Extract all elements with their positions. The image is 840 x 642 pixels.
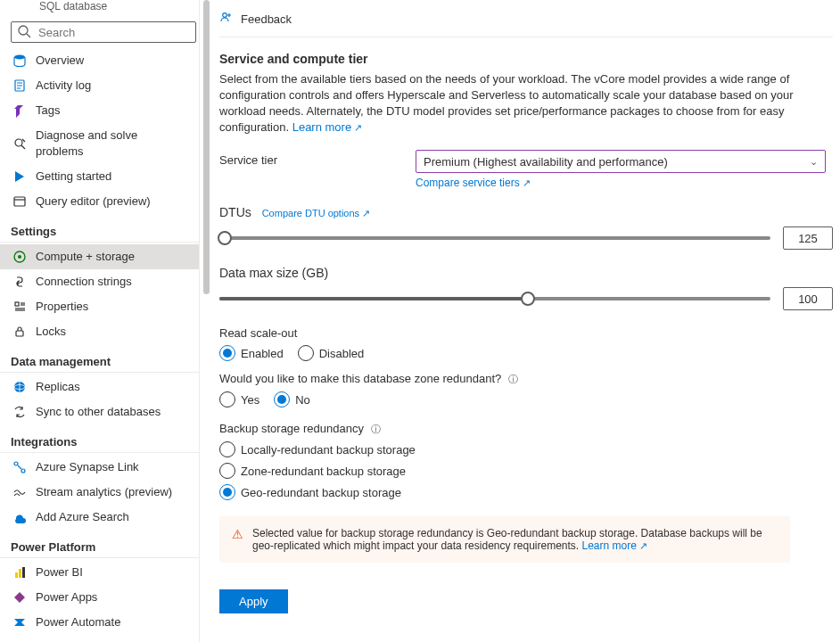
sidebar-item[interactable]: Add Azure Search	[0, 505, 199, 530]
data-max-label: Data max size (GB)	[219, 266, 833, 280]
nav-icon	[12, 54, 27, 68]
learn-more-link[interactable]: Learn more	[292, 120, 363, 134]
svg-rect-27	[22, 567, 25, 578]
sidebar-item[interactable]: Getting started	[0, 164, 199, 189]
nav-icon	[12, 103, 27, 118]
nav-icon	[12, 565, 27, 580]
service-tier-value: Premium (Highest availability and perfor…	[424, 155, 668, 169]
dtus-label: DTUs	[219, 205, 251, 219]
search-icon	[17, 24, 31, 41]
svg-rect-25	[15, 572, 18, 578]
dtus-slider[interactable]	[219, 236, 770, 240]
search-input[interactable]	[37, 25, 190, 40]
info-icon[interactable]: ⓘ	[371, 424, 381, 434]
svg-line-8	[21, 145, 25, 149]
zone-redundant-label: Would you like to make this database zon…	[219, 372, 501, 385]
data-max-slider-thumb[interactable]	[521, 292, 535, 306]
sidebar-item[interactable]: Tags	[0, 98, 199, 123]
nav-icon	[12, 169, 27, 184]
sidebar-item[interactable]: Power Apps	[0, 585, 199, 610]
chevron-down-icon: ⌄	[810, 156, 818, 168]
sidebar-search[interactable]	[11, 21, 196, 43]
svg-rect-14	[15, 302, 19, 306]
apply-button[interactable]: Apply	[219, 589, 288, 613]
info-icon[interactable]: ⓘ	[508, 374, 518, 384]
compare-tiers-link[interactable]: Compare service tiers	[416, 177, 531, 189]
sidebar-item[interactable]: Power BI	[0, 560, 199, 585]
nav-icon	[12, 460, 27, 474]
sidebar-item[interactable]: Overview	[0, 48, 199, 73]
warning-icon: ⚠	[232, 527, 243, 541]
sidebar-item[interactable]: Diagnose and solve problems	[0, 123, 199, 164]
zone-no-radio[interactable]: No	[274, 391, 310, 407]
section-title: Service and compute tier	[219, 52, 833, 66]
sidebar-item[interactable]: Activity log	[0, 73, 199, 98]
svg-rect-26	[19, 569, 21, 578]
resource-type: SQL database	[0, 0, 199, 18]
svg-rect-19	[16, 331, 23, 336]
read-scale-label: Read scale-out	[219, 326, 833, 340]
nav-icon	[12, 485, 27, 499]
sidebar-section-header: Data management	[0, 344, 199, 373]
backup-option-radio[interactable]: Zone-redundant backup storage	[219, 463, 833, 479]
nav-icon	[12, 405, 27, 419]
scrollbar[interactable]	[203, 0, 210, 642]
feedback-icon	[219, 11, 234, 28]
toolbar: Feedback	[219, 0, 833, 37]
nav-icon	[12, 590, 27, 605]
svg-point-28	[223, 13, 227, 18]
feedback-button[interactable]: Feedback	[241, 12, 292, 26]
sidebar-item[interactable]: Query editor (preview)	[0, 189, 199, 214]
warning-banner: ⚠ Selected value for backup storage redu…	[219, 516, 790, 563]
nav-icon	[12, 300, 27, 314]
backup-redundancy-label: Backup storage redundancy	[219, 422, 364, 435]
svg-point-13	[18, 255, 21, 259]
backup-option-radio[interactable]: Locally-redundant backup storage	[219, 441, 833, 457]
compare-dtu-link[interactable]: Compare DTU options	[262, 208, 371, 218]
dtus-slider-thumb[interactable]	[218, 231, 232, 245]
sidebar-item[interactable]: Azure Synapse Link	[0, 455, 199, 480]
sidebar-item[interactable]: Locks	[0, 319, 199, 344]
nav-icon	[12, 510, 27, 524]
nav-icon	[12, 380, 27, 394]
nav-icon	[12, 194, 27, 209]
sidebar-section-header: Integrations	[0, 424, 199, 453]
sidebar-item[interactable]: Replicas	[0, 374, 199, 399]
svg-point-2	[14, 55, 25, 60]
nav-icon	[12, 615, 27, 630]
read-scale-enabled-radio[interactable]: Enabled	[219, 345, 284, 361]
sidebar-section-header: Settings	[0, 214, 199, 243]
nav-icon	[12, 325, 27, 339]
data-max-slider[interactable]	[219, 297, 770, 300]
sidebar: SQL database ‹‹ OverviewActivity logTags…	[0, 0, 200, 642]
warning-learn-more-link[interactable]: Learn more	[582, 539, 647, 552]
svg-line-1	[27, 34, 30, 37]
zone-yes-radio[interactable]: Yes	[219, 391, 259, 407]
service-tier-label: Service tier	[219, 150, 416, 167]
dtus-value[interactable]: 125	[783, 226, 833, 250]
svg-point-23	[14, 462, 18, 465]
nav-icon	[12, 250, 27, 264]
svg-point-0	[19, 26, 28, 35]
sidebar-item[interactable]: Compute + storage	[0, 244, 199, 269]
backup-option-radio[interactable]: Geo-redundant backup storage	[219, 484, 833, 500]
service-tier-select[interactable]: Premium (Highest availability and perfor…	[416, 150, 826, 173]
data-max-value[interactable]: 100	[783, 287, 833, 310]
svg-point-7	[15, 139, 22, 146]
nav-icon	[12, 136, 27, 151]
sidebar-item[interactable]: Sync to other databases	[0, 399, 199, 424]
sidebar-item[interactable]: Properties	[0, 294, 199, 319]
nav-icon	[12, 78, 27, 93]
read-scale-disabled-radio[interactable]: Disabled	[298, 345, 365, 361]
svg-point-24	[21, 469, 25, 473]
nav-icon	[12, 275, 27, 289]
sidebar-section-header: Power Platform	[0, 530, 199, 558]
svg-line-9	[22, 139, 25, 142]
sidebar-item[interactable]: Connection strings	[0, 269, 199, 294]
sidebar-item[interactable]: Stream analytics (preview)	[0, 480, 199, 505]
main-content: Feedback Service and compute tier Select…	[200, 0, 840, 642]
svg-rect-10	[14, 197, 25, 206]
section-description: Select from the available tiers based on…	[219, 71, 826, 136]
sidebar-item[interactable]: Power Automate	[0, 610, 199, 635]
